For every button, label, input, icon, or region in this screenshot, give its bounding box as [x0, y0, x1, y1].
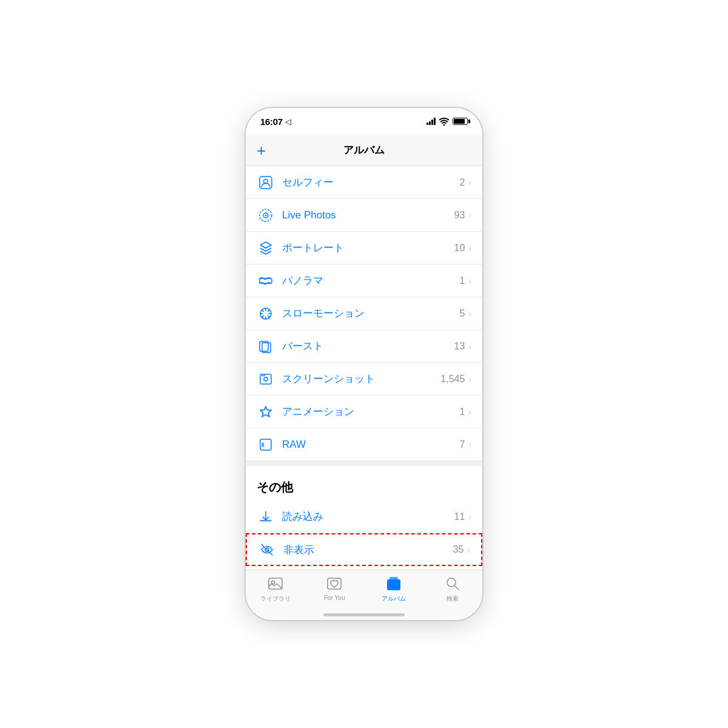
- burst-count: 13: [454, 341, 465, 352]
- svg-line-32: [455, 586, 459, 590]
- library-tab-icon: [267, 575, 284, 592]
- direction-icon: ◁: [285, 117, 291, 126]
- list-item[interactable]: バースト 13 ›: [246, 330, 482, 363]
- live-photos-icon: [257, 206, 275, 224]
- animation-icon: [257, 403, 275, 421]
- animation-chevron: ›: [468, 407, 471, 417]
- search-tab-label: 検索: [447, 595, 459, 603]
- panorama-label: パノラマ: [282, 274, 459, 288]
- svg-line-11: [262, 309, 264, 311]
- library-tab-label: ライブラリ: [260, 595, 291, 603]
- list-item[interactable]: パノラマ 1 ›: [246, 265, 482, 297]
- svg-rect-19: [262, 374, 265, 376]
- slowmo-icon: [257, 305, 275, 323]
- tab-albums[interactable]: アルバム: [364, 575, 423, 603]
- raw-icon: R: [257, 436, 275, 454]
- svg-point-4: [265, 214, 267, 216]
- portrait-icon: [257, 239, 275, 257]
- animation-label: アニメーション: [282, 405, 459, 419]
- import-label: 読み込み: [282, 510, 454, 524]
- live-photos-chevron: ›: [468, 211, 471, 220]
- list-item[interactable]: 読み込み 11 ›: [246, 500, 482, 533]
- home-indicator: [323, 613, 405, 616]
- add-album-button[interactable]: +: [257, 143, 266, 158]
- tab-for-you[interactable]: For You: [305, 575, 365, 601]
- raw-label: RAW: [282, 439, 459, 451]
- list-item[interactable]: R RAW 7 ›: [246, 428, 482, 461]
- tab-search[interactable]: 検索: [423, 575, 483, 603]
- albums-tab-icon: [385, 575, 402, 592]
- status-bar: 16:07 ◁: [246, 108, 482, 135]
- screenshot-count: 1,545: [440, 374, 465, 385]
- signal-bars: [426, 118, 436, 125]
- burst-icon: [257, 337, 275, 356]
- svg-line-13: [268, 309, 270, 311]
- svg-line-14: [262, 315, 264, 317]
- screenshot-icon: [257, 370, 275, 388]
- panorama-count: 1: [459, 275, 465, 286]
- list-item[interactable]: スローモーション 5 ›: [246, 297, 482, 330]
- panorama-icon: [257, 272, 275, 290]
- slowmo-label: スローモーション: [282, 306, 459, 320]
- other-section-header: その他: [246, 466, 482, 500]
- raw-chevron: ›: [468, 440, 471, 450]
- panorama-chevron: ›: [468, 276, 471, 286]
- for-you-tab-icon: [326, 575, 343, 592]
- list-item-hidden[interactable]: 非表示 35 ›: [246, 533, 482, 566]
- portrait-label: ポートレート: [282, 241, 454, 255]
- svg-point-31: [447, 578, 456, 587]
- hidden-count: 35: [453, 544, 464, 555]
- wifi-icon: [439, 118, 449, 126]
- nav-title: アルバム: [343, 143, 385, 157]
- status-icons: [426, 118, 468, 126]
- selfie-icon: [257, 174, 275, 192]
- import-chevron: ›: [468, 512, 471, 522]
- selfie-chevron: ›: [468, 178, 471, 187]
- section-separator: [246, 461, 482, 466]
- burst-chevron: ›: [468, 342, 471, 351]
- svg-point-18: [264, 377, 268, 381]
- import-count: 11: [454, 511, 465, 522]
- nav-bar: + アルバム: [246, 135, 482, 166]
- slowmo-chevron: ›: [468, 309, 471, 318]
- hidden-chevron: ›: [467, 545, 470, 554]
- import-icon: [257, 508, 275, 526]
- live-photos-label: Live Photos: [282, 209, 454, 221]
- portrait-chevron: ›: [468, 243, 471, 253]
- svg-text:R: R: [261, 443, 265, 448]
- svg-rect-30: [389, 577, 398, 581]
- screenshot-label: スクリーンショット: [282, 372, 440, 386]
- hidden-icon: [258, 541, 276, 559]
- svg-rect-29: [387, 579, 400, 590]
- svg-line-12: [268, 315, 270, 317]
- list-item[interactable]: セルフィー 2 ›: [246, 166, 482, 199]
- slowmo-count: 5: [459, 308, 465, 319]
- status-time: 16:07: [260, 116, 283, 127]
- svg-rect-26: [269, 578, 282, 589]
- tab-library[interactable]: ライブラリ: [246, 575, 305, 603]
- list-item[interactable]: アニメーション 1 ›: [246, 396, 482, 428]
- burst-label: バースト: [282, 339, 454, 353]
- selfie-count: 2: [459, 177, 465, 188]
- search-tab-icon: [444, 575, 461, 592]
- albums-tab-label: アルバム: [382, 595, 406, 603]
- hidden-label: 非表示: [283, 543, 453, 557]
- animation-count: 1: [459, 406, 465, 417]
- for-you-tab-label: For You: [324, 595, 345, 601]
- portrait-count: 10: [454, 243, 465, 254]
- live-photos-count: 93: [454, 210, 465, 221]
- raw-count: 7: [459, 439, 465, 450]
- screenshot-chevron: ›: [468, 374, 471, 384]
- tab-bar: ライブラリ For You アルバム: [246, 570, 482, 620]
- list-item[interactable]: スクリーンショット 1,545 ›: [246, 363, 482, 396]
- battery-icon: [453, 118, 468, 125]
- list-item[interactable]: ポートレート 10 ›: [246, 232, 482, 265]
- album-list: セルフィー 2 › Live Photos 93 ›: [246, 166, 482, 570]
- selfie-label: セルフィー: [282, 175, 459, 189]
- list-item[interactable]: Live Photos 93 ›: [246, 199, 482, 232]
